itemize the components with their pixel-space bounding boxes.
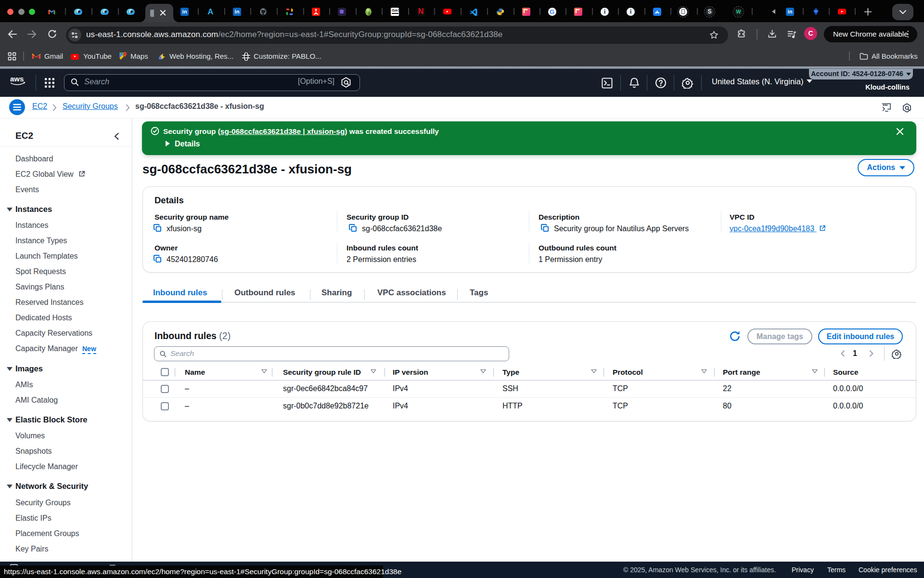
svg-text:aws: aws [10, 75, 24, 83]
